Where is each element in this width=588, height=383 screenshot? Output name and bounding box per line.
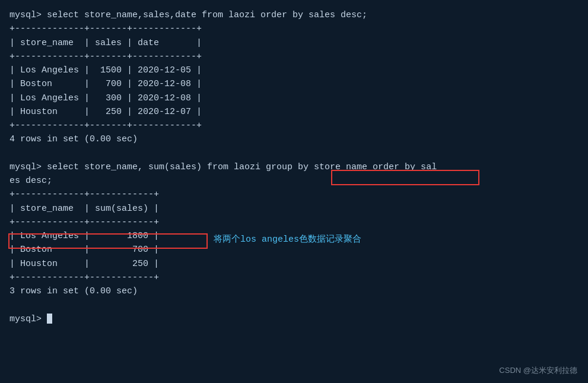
- table-sep-5: +-------------+------------+: [9, 216, 579, 229]
- table-row-houston: | Houston | 250 |: [9, 257, 579, 271]
- table-sep-2: +-------------+-------+------------+: [9, 50, 579, 64]
- row-count-1: 4 rows in set (0.00 sec): [9, 132, 579, 146]
- empty-line-2: [9, 298, 579, 312]
- sql-line-1: mysql> select store_name,sales,date from…: [9, 8, 579, 22]
- table-row: | Boston | 700 | 2020-12-08 |: [9, 77, 579, 91]
- table-sep-6: +-------------+------------+: [9, 271, 579, 284]
- table-sep-1: +-------------+-------+------------+: [9, 22, 579, 36]
- table-sep-4: +-------------+------------+: [9, 188, 579, 201]
- table-row: | Los Angeles | 1500 | 2020-12-05 |: [9, 64, 579, 77]
- terminal-window: mysql> select store_name,sales,date from…: [0, 0, 588, 383]
- table-header: | store_name | sales | date |: [9, 36, 579, 50]
- sql-line-2b: es desc;: [9, 174, 579, 188]
- empty-line-1: [9, 147, 579, 160]
- watermark: CSDN @达米安利拉德: [499, 365, 577, 376]
- prompt-line: mysql>: [9, 312, 579, 326]
- sql-line-2: mysql> select store_name, sum(sales) fro…: [9, 160, 579, 174]
- table-row: | Los Angeles | 300 | 2020-12-08 |: [9, 91, 579, 105]
- terminal-cursor: [47, 314, 52, 324]
- table-row: | Houston | 250 | 2020-12-07 |: [9, 105, 579, 119]
- table-sep-3: +-------------+-------+------------+: [9, 119, 579, 132]
- row-count-2: 3 rows in set (0.00 sec): [9, 284, 579, 298]
- annotation-text: 将两个los angeles色数据记录聚合: [214, 233, 361, 245]
- table-row-boston: | Boston | 700 |: [9, 243, 579, 257]
- table-header-2: | store_name | sum(sales) |: [9, 202, 579, 216]
